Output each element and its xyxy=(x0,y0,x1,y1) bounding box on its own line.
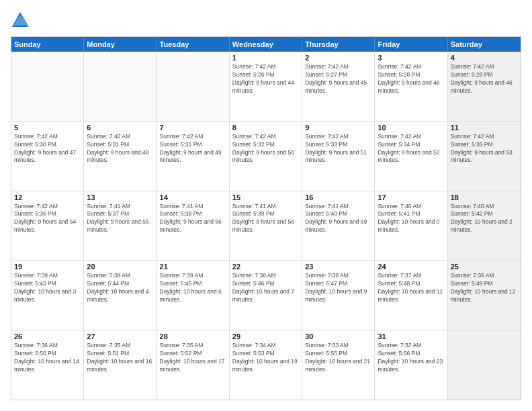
cell-info: Sunrise: 7:42 AM Sunset: 5:27 PM Dayligh… xyxy=(305,63,371,95)
calendar-cell-day-2: 2Sunrise: 7:42 AM Sunset: 5:27 PM Daylig… xyxy=(302,52,375,121)
cell-info: Sunrise: 7:40 AM Sunset: 5:41 PM Dayligh… xyxy=(378,203,444,235)
cell-info: Sunrise: 7:41 AM Sunset: 5:40 PM Dayligh… xyxy=(305,203,371,235)
cell-info: Sunrise: 7:35 AM Sunset: 5:52 PM Dayligh… xyxy=(160,342,226,374)
day-number: 20 xyxy=(87,263,153,271)
day-header-friday: Friday xyxy=(375,37,447,52)
calendar-cell-empty xyxy=(448,330,521,400)
day-number: 7 xyxy=(160,124,226,132)
cell-info: Sunrise: 7:39 AM Sunset: 5:45 PM Dayligh… xyxy=(160,272,226,304)
logo-icon xyxy=(11,11,30,30)
calendar-cell-day-6: 6Sunrise: 7:42 AM Sunset: 5:31 PM Daylig… xyxy=(84,122,157,191)
day-number: 18 xyxy=(451,193,518,201)
calendar-cell-day-3: 3Sunrise: 7:42 AM Sunset: 5:28 PM Daylig… xyxy=(375,52,447,121)
calendar-cell-day-25: 25Sunrise: 7:36 AM Sunset: 5:49 PM Dayli… xyxy=(448,261,521,330)
calendar-row-3: 12Sunrise: 7:42 AM Sunset: 5:36 PM Dayli… xyxy=(11,191,521,261)
page: SundayMondayTuesdayWednesdayThursdayFrid… xyxy=(0,0,532,411)
day-header-wednesday: Wednesday xyxy=(230,37,302,52)
calendar-cell-day-12: 12Sunrise: 7:42 AM Sunset: 5:36 PM Dayli… xyxy=(11,191,84,261)
cell-info: Sunrise: 7:38 AM Sunset: 5:46 PM Dayligh… xyxy=(232,272,299,304)
cell-info: Sunrise: 7:39 AM Sunset: 5:44 PM Dayligh… xyxy=(87,272,153,304)
cell-info: Sunrise: 7:36 AM Sunset: 5:49 PM Dayligh… xyxy=(451,272,518,304)
calendar-cell-day-9: 9Sunrise: 7:42 AM Sunset: 5:33 PM Daylig… xyxy=(302,122,375,191)
cell-info: Sunrise: 7:42 AM Sunset: 5:36 PM Dayligh… xyxy=(14,203,81,235)
day-number: 27 xyxy=(87,332,153,340)
day-number: 13 xyxy=(87,193,153,201)
calendar-cell-day-8: 8Sunrise: 7:42 AM Sunset: 5:32 PM Daylig… xyxy=(230,122,302,191)
calendar-cell-day-5: 5Sunrise: 7:42 AM Sunset: 5:30 PM Daylig… xyxy=(11,122,84,191)
calendar-cell-day-22: 22Sunrise: 7:38 AM Sunset: 5:46 PM Dayli… xyxy=(230,261,302,330)
calendar-cell-day-29: 29Sunrise: 7:34 AM Sunset: 5:53 PM Dayli… xyxy=(230,330,302,400)
day-number: 16 xyxy=(305,193,371,201)
calendar-cell-empty xyxy=(157,52,230,121)
day-number: 30 xyxy=(305,332,371,340)
calendar-cell-day-28: 28Sunrise: 7:35 AM Sunset: 5:52 PM Dayli… xyxy=(157,330,230,400)
cell-info: Sunrise: 7:42 AM Sunset: 5:26 PM Dayligh… xyxy=(232,63,299,95)
calendar-cell-day-27: 27Sunrise: 7:35 AM Sunset: 5:51 PM Dayli… xyxy=(84,330,157,400)
calendar-cell-day-16: 16Sunrise: 7:41 AM Sunset: 5:40 PM Dayli… xyxy=(302,191,375,261)
calendar-cell-day-1: 1Sunrise: 7:42 AM Sunset: 5:26 PM Daylig… xyxy=(230,52,302,121)
calendar-cell-day-19: 19Sunrise: 7:39 AM Sunset: 5:43 PM Dayli… xyxy=(11,261,84,330)
header xyxy=(11,11,521,30)
cell-info: Sunrise: 7:41 AM Sunset: 5:37 PM Dayligh… xyxy=(87,203,153,235)
day-number: 12 xyxy=(14,193,81,201)
calendar-row-5: 26Sunrise: 7:36 AM Sunset: 5:50 PM Dayli… xyxy=(11,330,521,400)
cell-info: Sunrise: 7:38 AM Sunset: 5:47 PM Dayligh… xyxy=(305,272,371,304)
day-number: 10 xyxy=(378,124,444,132)
cell-info: Sunrise: 7:41 AM Sunset: 5:39 PM Dayligh… xyxy=(232,203,299,235)
calendar-cell-day-14: 14Sunrise: 7:41 AM Sunset: 5:38 PM Dayli… xyxy=(157,191,230,261)
cell-info: Sunrise: 7:41 AM Sunset: 5:38 PM Dayligh… xyxy=(160,203,226,235)
calendar-cell-day-24: 24Sunrise: 7:37 AM Sunset: 5:48 PM Dayli… xyxy=(375,261,447,330)
day-header-sunday: Sunday xyxy=(11,37,84,52)
calendar-row-1: 1Sunrise: 7:42 AM Sunset: 5:26 PM Daylig… xyxy=(11,52,521,121)
calendar-cell-day-23: 23Sunrise: 7:38 AM Sunset: 5:47 PM Dayli… xyxy=(302,261,375,330)
calendar-cell-day-21: 21Sunrise: 7:39 AM Sunset: 5:45 PM Dayli… xyxy=(157,261,230,330)
calendar-row-2: 5Sunrise: 7:42 AM Sunset: 5:30 PM Daylig… xyxy=(11,121,521,191)
logo xyxy=(11,11,32,30)
day-number: 2 xyxy=(305,54,371,62)
day-number: 29 xyxy=(232,332,299,340)
calendar-cell-day-10: 10Sunrise: 7:42 AM Sunset: 5:34 PM Dayli… xyxy=(375,122,447,191)
day-header-thursday: Thursday xyxy=(302,37,375,52)
day-number: 8 xyxy=(232,124,299,132)
cell-info: Sunrise: 7:42 AM Sunset: 5:29 PM Dayligh… xyxy=(451,63,518,95)
cell-info: Sunrise: 7:33 AM Sunset: 5:55 PM Dayligh… xyxy=(305,342,371,374)
calendar-cell-day-4: 4Sunrise: 7:42 AM Sunset: 5:29 PM Daylig… xyxy=(448,52,521,121)
day-number: 24 xyxy=(378,263,444,271)
day-header-saturday: Saturday xyxy=(448,37,521,52)
day-number: 9 xyxy=(305,124,371,132)
day-number: 11 xyxy=(451,124,518,132)
cell-info: Sunrise: 7:42 AM Sunset: 5:30 PM Dayligh… xyxy=(14,133,81,165)
day-header-tuesday: Tuesday xyxy=(157,37,230,52)
calendar-cell-empty xyxy=(11,52,84,121)
cell-info: Sunrise: 7:32 AM Sunset: 5:56 PM Dayligh… xyxy=(378,342,444,374)
cell-info: Sunrise: 7:36 AM Sunset: 5:50 PM Dayligh… xyxy=(14,342,81,374)
cell-info: Sunrise: 7:37 AM Sunset: 5:48 PM Dayligh… xyxy=(378,272,444,304)
cell-info: Sunrise: 7:42 AM Sunset: 5:35 PM Dayligh… xyxy=(451,133,518,165)
calendar-cell-day-18: 18Sunrise: 7:40 AM Sunset: 5:42 PM Dayli… xyxy=(448,191,521,261)
calendar-cell-empty xyxy=(84,52,157,121)
day-number: 28 xyxy=(160,332,226,340)
cell-info: Sunrise: 7:42 AM Sunset: 5:33 PM Dayligh… xyxy=(305,133,371,165)
cell-info: Sunrise: 7:42 AM Sunset: 5:31 PM Dayligh… xyxy=(87,133,153,165)
day-number: 23 xyxy=(305,263,371,271)
day-number: 5 xyxy=(14,124,81,132)
day-number: 4 xyxy=(451,54,518,62)
day-number: 31 xyxy=(378,332,444,340)
calendar-row-4: 19Sunrise: 7:39 AM Sunset: 5:43 PM Dayli… xyxy=(11,260,521,330)
cell-info: Sunrise: 7:40 AM Sunset: 5:42 PM Dayligh… xyxy=(451,203,518,235)
cell-info: Sunrise: 7:42 AM Sunset: 5:28 PM Dayligh… xyxy=(378,63,444,95)
day-number: 21 xyxy=(160,263,226,271)
calendar-cell-day-17: 17Sunrise: 7:40 AM Sunset: 5:41 PM Dayli… xyxy=(375,191,447,261)
day-number: 15 xyxy=(232,193,299,201)
calendar-cell-day-26: 26Sunrise: 7:36 AM Sunset: 5:50 PM Dayli… xyxy=(11,330,84,400)
calendar-cell-day-15: 15Sunrise: 7:41 AM Sunset: 5:39 PM Dayli… xyxy=(230,191,302,261)
day-headers: SundayMondayTuesdayWednesdayThursdayFrid… xyxy=(11,37,521,52)
day-number: 3 xyxy=(378,54,444,62)
cell-info: Sunrise: 7:42 AM Sunset: 5:32 PM Dayligh… xyxy=(232,133,299,165)
cell-info: Sunrise: 7:39 AM Sunset: 5:43 PM Dayligh… xyxy=(14,272,81,304)
cell-info: Sunrise: 7:34 AM Sunset: 5:53 PM Dayligh… xyxy=(232,342,299,374)
day-number: 1 xyxy=(232,54,299,62)
cell-info: Sunrise: 7:35 AM Sunset: 5:51 PM Dayligh… xyxy=(87,342,153,374)
calendar-body: 1Sunrise: 7:42 AM Sunset: 5:26 PM Daylig… xyxy=(11,52,521,400)
day-number: 14 xyxy=(160,193,226,201)
